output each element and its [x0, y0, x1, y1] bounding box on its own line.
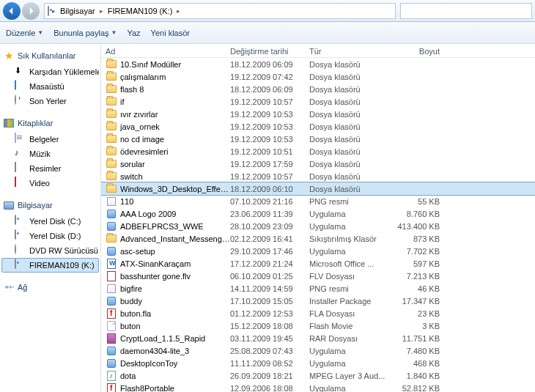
file-row[interactable]: basshunter gone.flv06.10.2009 01:25FLV D…	[101, 270, 535, 282]
forward-button[interactable]	[22, 2, 40, 20]
file-date: 07.10.2009 21:16	[230, 197, 309, 206]
file-name: 110	[120, 197, 230, 206]
sidebar-computer-head[interactable]: Bilgisayar	[1, 198, 99, 214]
iexe-icon	[106, 345, 117, 357]
sidebar-item-lib[interactable]: Video	[1, 176, 99, 191]
file-row[interactable]: java_ornek19.12.2009 10:53Dosya klasörü	[101, 120, 535, 133]
col-name[interactable]: Ad	[106, 47, 230, 56]
file-name: Flash8Portable	[120, 384, 230, 393]
file-type: Dosya klasörü	[309, 85, 388, 94]
back-button[interactable]	[3, 2, 21, 20]
file-type: Dosya klasörü	[309, 110, 388, 119]
file-row[interactable]: 10.Sınıf Modüller18.12.2009 06:09Dosya k…	[101, 58, 535, 70]
sidebar-item-comp[interactable]: Yerel Disk (C:)	[1, 214, 99, 229]
file-size: 7.480 KB	[388, 347, 440, 355]
sidebar-favorites-head[interactable]: ★Sık Kullanılanlar	[1, 48, 99, 64]
sidebar-item-lib[interactable]: Resimler	[1, 161, 99, 176]
sidebar-item-label: Son Yerler	[29, 97, 67, 106]
file-row[interactable]: switch19.12.2009 10:57Dosya klasörü	[101, 170, 535, 182]
file-type: Dosya klasörü	[309, 60, 388, 69]
file-list[interactable]: Ad Değiştirme tarihi Tür Boyut 10.Sınıf …	[101, 44, 535, 392]
sidebar-item-fav[interactable]: Son Yerler	[1, 94, 99, 108]
file-date: 19.12.2009 10:57	[230, 97, 309, 106]
new-folder-button[interactable]: Yeni klasör	[151, 29, 190, 37]
sidebar-item-label: Video	[29, 179, 50, 188]
file-type: FLV Dosyası	[309, 272, 388, 281]
file-row[interactable]: ADBEFLPRCS3_WWE28.10.2009 23:09Uygulama4…	[101, 220, 535, 232]
file-name: ödevresimleri	[120, 147, 230, 156]
idl-icon: ⬇	[15, 66, 26, 78]
chevron-right-icon: ▸	[52, 7, 56, 15]
file-date: 17.12.2009 21:24	[230, 259, 309, 268]
file-row[interactable]: DesktopIconToy11.11.2009 08:52Uygulama46…	[101, 357, 535, 369]
sidebar-item-comp[interactable]: Yerel Disk (D:)	[1, 229, 99, 243]
file-type: Sıkıştırılmış Klasör	[309, 234, 388, 243]
file-size: 413.400 KB	[388, 222, 440, 231]
breadcrumb-computer[interactable]: Bilgisayar	[59, 7, 97, 15]
file-row[interactable]: bigfire14.11.2009 14:59PNG resmi46 KB	[101, 282, 535, 295]
idvd-icon	[15, 245, 26, 256]
sidebar-item-fav[interactable]: Masaüstü	[1, 79, 99, 94]
file-name: ıvır zıvırlar	[120, 110, 230, 119]
file-row[interactable]: AAA Logo 200923.06.2009 11:39Uygulama8.7…	[101, 207, 535, 220]
file-row[interactable]: buddy17.10.2009 15:05Installer Package17…	[101, 295, 535, 307]
file-row[interactable]: no cd image19.12.2009 10:53Dosya klasörü	[101, 133, 535, 145]
col-type[interactable]: Tür	[309, 47, 388, 56]
ifolder-icon	[106, 96, 117, 108]
breadcrumb-drive[interactable]: FIREMAN109 (K:)	[106, 7, 174, 15]
sidebar-item-comp[interactable]: FIREMAN109 (K:)	[1, 258, 99, 273]
col-size[interactable]: Boyut	[388, 47, 440, 56]
ipng-icon	[106, 283, 117, 295]
sidebar-item-label: Karşıdan Yüklemeler	[29, 67, 99, 76]
organize-button[interactable]: Düzenle▼	[6, 29, 43, 37]
sidebar-item-fav[interactable]: ⬇Karşıdan Yüklemeler	[1, 64, 99, 79]
file-date: 29.10.2009 17:46	[230, 247, 309, 256]
address-bar[interactable]: ▸ Bilgisayar ▸ FIREMAN109 (K:) ▸	[44, 3, 396, 19]
burn-button[interactable]: Yaz	[127, 29, 140, 37]
file-date: 01.12.2009 12:53	[230, 309, 309, 318]
iexe-icon	[106, 208, 117, 220]
sidebar-item-label: Masaüstü	[29, 82, 64, 91]
col-date[interactable]: Değiştirme tarihi	[230, 47, 309, 56]
file-row[interactable]: buton15.12.2009 18:08Flash Movie3 KB	[101, 319, 535, 332]
file-size: 597 KB	[388, 259, 440, 268]
sidebar-item-lib[interactable]: ♪Müzik	[1, 147, 99, 161]
file-row[interactable]: if19.12.2009 10:57Dosya klasörü	[101, 95, 535, 108]
sidebar-network-head[interactable]: ⬴Ağ	[1, 280, 99, 296]
sidebar-libraries-head[interactable]: Kitaplıklar	[1, 116, 99, 132]
file-name: flash 8	[120, 85, 230, 94]
file-row[interactable]: 11007.10.2009 21:16PNG resmi55 KB	[101, 195, 535, 207]
imp3-icon	[106, 370, 117, 382]
column-headers[interactable]: Ad Değiştirme tarihi Tür Boyut	[101, 44, 535, 58]
file-name: buddy	[120, 297, 230, 306]
file-size: 55 KB	[388, 197, 440, 206]
file-name: bigfire	[120, 284, 230, 293]
network-icon: ⬴	[3, 281, 15, 293]
iexe-icon	[106, 245, 117, 257]
file-row[interactable]: ATX-SinanKaraçam17.12.2009 21:24Microsof…	[101, 257, 535, 270]
file-row[interactable]: buton.fla01.12.2009 12:53FLA Dosyası23 K…	[101, 307, 535, 319]
file-row[interactable]: flash 818.12.2009 06:09Dosya klasörü	[101, 83, 535, 95]
file-row[interactable]: CryptLoad_1.1.5_Rapid03.11.2009 19:45RAR…	[101, 332, 535, 344]
file-row[interactable]: Advanced_Instant_Messengers_Password...0…	[101, 232, 535, 245]
file-name: buton.fla	[120, 309, 230, 318]
file-row[interactable]: ıvır zıvırlar19.12.2009 10:53Dosya klasö…	[101, 108, 535, 120]
file-row[interactable]: daemon4304-lite_325.08.2009 07:43Uygulam…	[101, 344, 535, 357]
file-row[interactable]: Flash8Portable12.09.2006 18:08Uygulama52…	[101, 382, 535, 392]
share-with-button[interactable]: Bununla paylaş▼	[54, 29, 117, 37]
sidebar-item-comp[interactable]: DVD RW Sürücüsü (I	[1, 243, 99, 258]
iclock-icon	[15, 95, 26, 107]
iflv-icon	[15, 177, 26, 189]
file-size: 23 KB	[388, 309, 440, 318]
file-row[interactable]: Windows_3D_Desktop_Effects18.12.2009 06:…	[101, 182, 535, 195]
search-input[interactable]	[400, 3, 532, 19]
file-row[interactable]: çalışmalarım19.12.2009 07:42Dosya klasör…	[101, 70, 535, 83]
file-row[interactable]: dota26.09.2009 18:21MPEG Layer 3 Aud...1…	[101, 369, 535, 382]
file-type: Uygulama	[309, 384, 388, 393]
file-row[interactable]: sorular19.12.2009 17:59Dosya klasörü	[101, 158, 535, 170]
sidebar-item-label: Belgeler	[29, 135, 59, 144]
file-row[interactable]: asc-setup29.10.2009 17:46Uygulama7.702 K…	[101, 245, 535, 257]
file-row[interactable]: ödevresimleri19.12.2009 10:51Dosya klasö…	[101, 145, 535, 158]
sidebar-item-lib[interactable]: Belgeler	[1, 132, 99, 147]
file-type: Uygulama	[309, 222, 388, 231]
